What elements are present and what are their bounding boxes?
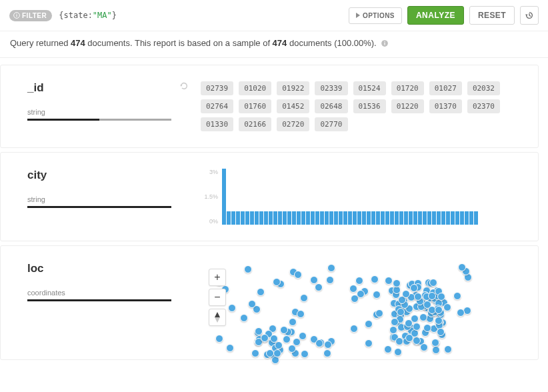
- map-point[interactable]: [299, 332, 307, 340]
- map-point[interactable]: [273, 349, 281, 357]
- map-point[interactable]: [327, 264, 335, 272]
- map-point[interactable]: [349, 285, 357, 293]
- map-point[interactable]: [413, 337, 421, 345]
- value-chip[interactable]: 01922: [277, 81, 309, 95]
- value-chip[interactable]: 01020: [239, 81, 271, 95]
- map-point[interactable]: [240, 314, 248, 322]
- chart-bar[interactable]: [404, 211, 408, 225]
- map-point[interactable]: [310, 276, 318, 284]
- chart-bar[interactable]: [231, 211, 235, 225]
- map-point[interactable]: [257, 288, 265, 296]
- chart-bar[interactable]: [399, 211, 403, 225]
- chart-bar[interactable]: [273, 211, 277, 225]
- chart-bar[interactable]: [259, 211, 263, 225]
- value-chip[interactable]: 01027: [429, 81, 462, 95]
- chart-bar[interactable]: [413, 211, 417, 225]
- chart-bar[interactable]: [306, 211, 310, 225]
- map-point[interactable]: [435, 317, 443, 325]
- chart-bar[interactable]: [301, 211, 305, 225]
- chart-bar[interactable]: [474, 211, 478, 225]
- chart-bar[interactable]: [339, 211, 343, 225]
- chart-bar[interactable]: [315, 211, 319, 225]
- chart-bar[interactable]: [348, 211, 352, 225]
- map-point[interactable]: [443, 303, 451, 311]
- map-point[interactable]: [357, 290, 365, 298]
- map-point[interactable]: [429, 279, 437, 287]
- map-point[interactable]: [391, 318, 399, 326]
- options-button[interactable]: OPTIONS: [349, 7, 402, 24]
- analyze-button[interactable]: ANALYZE: [407, 6, 464, 25]
- chart-bar[interactable]: [362, 211, 366, 225]
- map-point[interactable]: [301, 350, 309, 358]
- map-point[interactable]: [375, 309, 383, 317]
- value-chip[interactable]: 02370: [467, 99, 500, 113]
- chart-bar[interactable]: [437, 211, 441, 225]
- chart-bar[interactable]: [278, 211, 282, 225]
- map-point[interactable]: [248, 300, 256, 308]
- map-point[interactable]: [215, 335, 223, 343]
- map-point[interactable]: [365, 339, 373, 347]
- map-point[interactable]: [283, 335, 291, 343]
- map-point[interactable]: [453, 292, 461, 300]
- zoom-in-button[interactable]: +: [209, 269, 226, 286]
- chart-bar[interactable]: [446, 211, 450, 225]
- chart-bar[interactable]: [311, 211, 315, 225]
- map-point[interactable]: [326, 276, 334, 284]
- map-point[interactable]: [385, 277, 393, 285]
- map-point[interactable]: [420, 343, 428, 351]
- value-chip[interactable]: 01370: [429, 99, 462, 113]
- chart-bar[interactable]: [451, 211, 455, 225]
- chart-bar[interactable]: [320, 211, 324, 225]
- value-chip[interactable]: 01720: [391, 81, 424, 95]
- value-chip[interactable]: 02648: [315, 99, 347, 113]
- map-point[interactable]: [266, 349, 274, 357]
- query-input[interactable]: {state:"MA"}: [57, 8, 343, 23]
- chart-bar[interactable]: [269, 211, 273, 225]
- chart-bar[interactable]: [367, 211, 371, 225]
- map-point[interactable]: [244, 265, 252, 273]
- reset-button[interactable]: RESET: [469, 6, 515, 25]
- value-chip[interactable]: 02770: [315, 117, 347, 131]
- query-history-button[interactable]: [520, 6, 539, 25]
- map-point[interactable]: [280, 326, 288, 334]
- map-point[interactable]: [289, 318, 297, 326]
- chart-bar[interactable]: [432, 211, 436, 225]
- chart-bar[interactable]: [325, 211, 329, 225]
- value-chip[interactable]: 01220: [391, 99, 424, 113]
- map-point[interactable]: [413, 323, 421, 331]
- chart-bar[interactable]: [343, 211, 347, 225]
- chart-bar[interactable]: [465, 211, 469, 225]
- map-point[interactable]: [226, 344, 234, 352]
- value-chip[interactable]: 02339: [315, 81, 347, 95]
- map-point[interactable]: [389, 326, 397, 334]
- map-point[interactable]: [395, 337, 403, 345]
- chart-bar[interactable]: [441, 211, 445, 225]
- info-icon[interactable]: [381, 39, 389, 47]
- chart-bar[interactable]: [236, 211, 240, 225]
- chart-bar[interactable]: [353, 211, 357, 225]
- chart-bar[interactable]: [264, 211, 268, 225]
- value-chip[interactable]: 01536: [353, 99, 386, 113]
- chart-bar[interactable]: [395, 211, 399, 225]
- map-point[interactable]: [350, 325, 358, 333]
- map[interactable]: + −: [201, 259, 523, 359]
- map-point[interactable]: [457, 309, 465, 317]
- chart-bar[interactable]: [418, 211, 422, 225]
- chart-bar[interactable]: [283, 211, 287, 225]
- map-point[interactable]: [444, 345, 452, 353]
- map-point[interactable]: [432, 346, 440, 354]
- map-point[interactable]: [288, 345, 296, 353]
- compass-button[interactable]: [209, 309, 226, 326]
- map-point[interactable]: [273, 278, 281, 286]
- value-chip[interactable]: 02032: [467, 81, 500, 95]
- map-point[interactable]: [373, 291, 381, 299]
- chart-bar[interactable]: [371, 211, 375, 225]
- chart-bar[interactable]: [297, 211, 301, 225]
- value-chip[interactable]: 01452: [277, 99, 309, 113]
- map-point[interactable]: [365, 320, 373, 328]
- chart-bar[interactable]: [292, 211, 296, 225]
- chart-bar[interactable]: [455, 211, 459, 225]
- chart-bar[interactable]: [250, 211, 254, 225]
- chart-bar[interactable]: [329, 211, 333, 225]
- chart-bar[interactable]: [255, 211, 259, 225]
